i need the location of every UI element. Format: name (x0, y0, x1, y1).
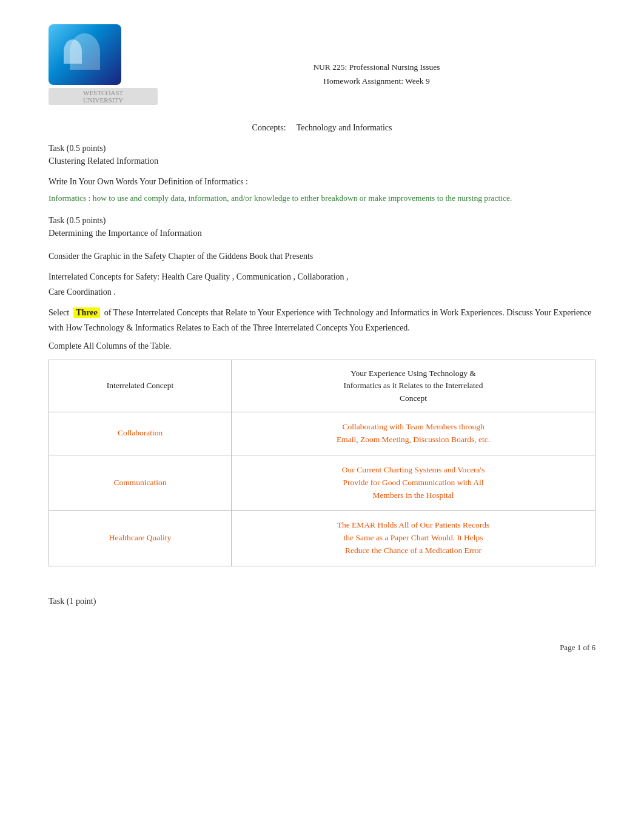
task2-label: Task (0.5 points) (49, 216, 595, 226)
logo-label: WESTCOASTUNIVERSITY (49, 88, 158, 105)
interrelated-concepts-line: Interrelated Concepts for Safety: Health… (49, 270, 595, 300)
assignment-line: Homework Assignment: Week 9 (158, 75, 595, 89)
page-number: Page 1 of 6 (560, 643, 595, 652)
table-row: CollaborationCollaborating with Team Mem… (49, 412, 595, 455)
task2-block: Task (0.5 points) Determining the Import… (49, 216, 595, 238)
interrelated-suffix: Care Coordination . (49, 287, 116, 297)
task3-label: Task (1 point) (49, 597, 595, 606)
concepts-line: Concepts: Technology and Informatics (49, 123, 595, 133)
header-info: NUR 225: Professional Nursing Issues Hom… (158, 24, 595, 89)
page-footer: Page 1 of 6 (49, 643, 595, 652)
table-cell-concept: Communication (49, 455, 232, 511)
task1-title: Clustering Related Information (49, 156, 595, 166)
table-cell-experience: Our Current Charting Systems and Vocera'… (232, 455, 595, 511)
page-header: WESTCOASTUNIVERSITY NUR 225: Professiona… (49, 24, 595, 105)
course-title: NUR 225: Professional Nursing Issues (158, 61, 595, 75)
logo-area: WESTCOASTUNIVERSITY (49, 24, 158, 105)
table-cell-concept: Healthcare Quality (49, 511, 232, 566)
interrelated-prefix: Interrelated Concepts for Safety: Health… (49, 272, 349, 281)
school-logo (49, 24, 121, 85)
table-cell-concept: Collaboration (49, 412, 232, 455)
table-row: CommunicationOur Current Charting System… (49, 455, 595, 511)
table-header-concept: Interrelated Concept (49, 360, 232, 412)
table-cell-experience: The EMAR Holds All of Our Patients Recor… (232, 511, 595, 566)
highlight-three: Three (73, 307, 100, 318)
table-intro: Complete All Columns of the Table. (49, 341, 595, 351)
task2-title: Determining the Importance of Informatio… (49, 228, 595, 238)
definition-prompt: Write In Your Own Words Your Definition … (49, 177, 595, 187)
task1-label: Task (0.5 points) (49, 144, 595, 153)
concepts-label: Concepts: (252, 123, 286, 132)
table-header-experience: Your Experience Using Technology & Infor… (232, 360, 595, 412)
definition-answer: Informatics : how to use and comply data… (49, 192, 595, 205)
table-cell-experience: Collaborating with Team Members throughE… (232, 412, 595, 455)
table-row: Healthcare QualityThe EMAR Holds All of … (49, 511, 595, 566)
concepts-value: Technology and Informatics (297, 123, 392, 132)
interrelated-table: Interrelated Concept Your Experience Usi… (49, 360, 595, 566)
select-paragraph: Select Three of These Interrelated Conce… (49, 306, 595, 335)
body-text-1: Consider the Graphic in the Safety Chapt… (49, 249, 595, 264)
task1-block: Task (0.5 points) Clustering Related Inf… (49, 144, 595, 166)
